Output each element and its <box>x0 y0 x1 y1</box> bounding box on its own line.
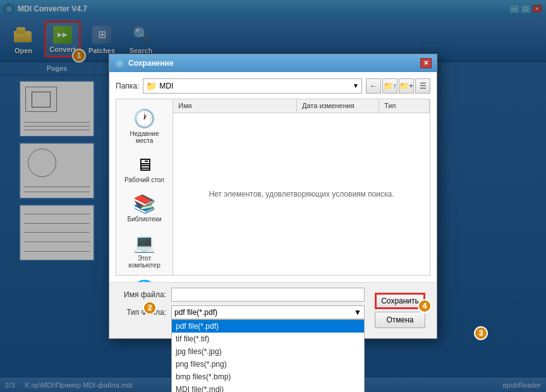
recent-icon: 🕐 <box>133 108 155 129</box>
file-list-container: 🕐 Недавние места 🖥 Рабочий стол 📚 Библио… <box>116 99 430 276</box>
up-folder-button[interactable]: 📁↑ <box>382 78 397 94</box>
desktop-icon: 🖥 <box>136 154 154 175</box>
cancel-button[interactable]: Отмена <box>375 312 425 328</box>
col-type-header[interactable]: Тип <box>379 99 430 113</box>
col-name-header[interactable]: Имя <box>173 99 297 113</box>
folder-dropdown[interactable]: 📁 MDI ▼ <box>143 78 362 94</box>
dialog-title: Сохранение <box>128 59 416 68</box>
folder-icon-small: 📁 <box>146 81 157 91</box>
dialog-icon <box>114 58 124 68</box>
nav-libraries[interactable]: 📚 Библиотеки <box>119 190 170 226</box>
filename-input[interactable] <box>171 288 365 302</box>
filetype-option-tif[interactable]: tif file(*.tif) <box>172 333 364 345</box>
dialog-title-bar: Сохранение ✕ <box>109 54 437 72</box>
folder-nav-buttons: ← 📁↑ 📁+ ☰ <box>366 78 430 94</box>
filetype-option-bmp[interactable]: bmp files(*.bmp) <box>172 371 364 383</box>
desktop-label: Рабочий стол <box>124 176 164 183</box>
col-date-header[interactable]: Дата изменения <box>297 99 379 113</box>
nav-computer[interactable]: 💻 Этот компьютер <box>119 229 170 273</box>
folder-value: MDI <box>159 82 173 90</box>
file-list: Имя Дата изменения Тип Нет элементов, уд… <box>173 99 430 275</box>
filename-row: Имя файла: <box>116 288 365 302</box>
left-nav: 🕐 Недавние места 🖥 Рабочий стол 📚 Библио… <box>116 99 173 275</box>
computer-label: Этот компьютер <box>121 255 167 269</box>
dialog-bottom-area: Имя файла: Тип Файла: pdf file(*.pdf) ▼ <box>116 288 430 333</box>
back-button[interactable]: ← <box>366 78 381 94</box>
dialog-body: Папка: 📁 MDI ▼ ← 📁↑ 📁+ ☰ <box>109 72 437 282</box>
save-dialog: Сохранение ✕ Папка: 📁 MDI ▼ ← 📁↑ 📁 <box>109 54 437 339</box>
file-list-empty-message: Нет элементов, удовлетворяющих условиям … <box>173 113 430 275</box>
file-list-header: Имя Дата изменения Тип <box>173 99 430 113</box>
filetype-dropdown[interactable]: pdf file(*.pdf) ▼ <box>171 305 365 319</box>
save-badge: 4 <box>418 299 432 313</box>
libraries-icon: 📚 <box>133 193 155 214</box>
badge-3: 3 <box>474 326 488 340</box>
nav-desktop[interactable]: 🖥 Рабочий стол <box>119 150 170 187</box>
filetype-current: pdf file(*.pdf) <box>174 308 217 317</box>
filename-label: Имя файла: <box>116 290 166 299</box>
filetype-dropdown-list: pdf file(*.pdf) tif file(*.tif) jpg file… <box>171 319 365 393</box>
filetype-option-pdf[interactable]: pdf file(*.pdf) <box>172 320 364 333</box>
filetype-option-jpg[interactable]: jpg files(*.jpg) <box>172 345 364 358</box>
filetype-option-png[interactable]: png files(*.png) <box>172 358 364 371</box>
filetype-label: Тип Файла: <box>116 308 166 317</box>
folder-label: Папка: <box>116 82 139 90</box>
view-button[interactable]: ☰ <box>415 78 430 94</box>
dialog-action-area: Сохранить 4 Отмена <box>370 288 430 333</box>
filetype-dropdown-container: pdf file(*.pdf) ▼ pdf file(*.pdf) tif fi… <box>171 305 365 319</box>
dialog-bottom: Имя файла: Тип Файла: pdf file(*.pdf) ▼ <box>109 282 437 338</box>
folder-bar: Папка: 📁 MDI ▼ ← 📁↑ 📁+ ☰ <box>116 78 430 94</box>
libraries-label: Библиотеки <box>127 216 161 223</box>
save-btn-wrap: Сохранить 4 <box>375 293 425 309</box>
dialog-overlay: Сохранение ✕ Папка: 📁 MDI ▼ ← 📁↑ 📁 <box>0 0 546 392</box>
filetype-option-mdi[interactable]: MDI file(*.mdi) <box>172 383 364 393</box>
badge-2: 2 <box>143 301 157 315</box>
app-window: MDI Converter V4.7 ─ □ ✕ Open Convert 1 <box>0 0 546 392</box>
computer-icon: 💻 <box>133 233 155 254</box>
recent-label: Недавние места <box>121 130 167 144</box>
new-folder-button[interactable]: 📁+ <box>399 78 414 94</box>
nav-recent[interactable]: 🕐 Недавние места <box>119 104 170 148</box>
dialog-close-button[interactable]: ✕ <box>420 58 432 68</box>
dropdown-chevron: ▼ <box>354 308 361 317</box>
dropdown-arrow: ▼ <box>353 82 359 89</box>
